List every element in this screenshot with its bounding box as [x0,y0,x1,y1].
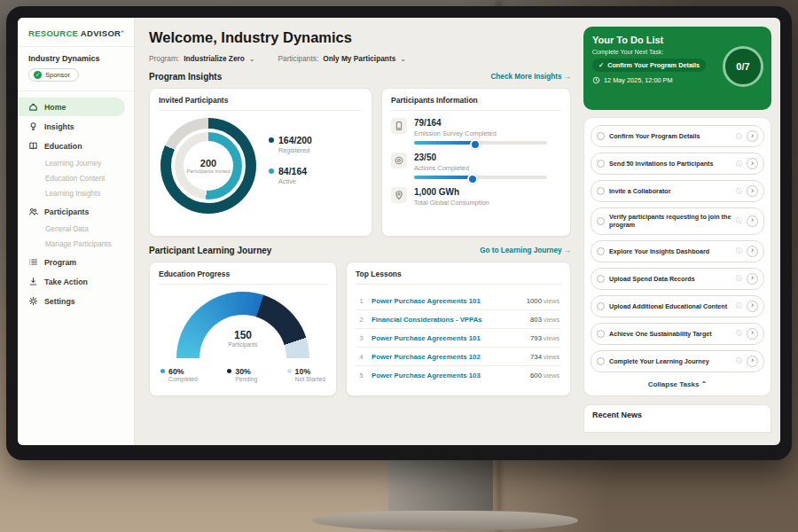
chevron-right-icon[interactable]: › [747,215,758,227]
sidebar-item-home[interactable]: Home [18,98,125,116]
sidebar-item-insights[interactable]: Insights [18,117,125,136]
clock-icon [592,76,600,84]
sidebar-item-label: Insights [44,122,74,131]
legend-item-registered: 164/200 Registered [269,135,312,154]
sidebar-item-education-content[interactable]: Education Content [18,171,134,186]
legend-value: 30% [235,367,257,376]
task-row[interactable]: Verify participants requesting to join t… [591,207,764,235]
task-row[interactable]: Achieve One Sustainability Target ⓘ › [591,323,764,345]
info-icon: ⓘ [736,301,742,310]
chevron-right-icon[interactable]: › [747,185,758,197]
task-checkbox[interactable] [597,330,605,338]
info-icon: ⓘ [736,132,742,141]
sponsor-badge[interactable]: ✓ Sponsor [28,68,79,82]
lesson-link[interactable]: Power Purchase Agreements 101 [372,297,520,305]
task-checkbox[interactable] [597,247,605,255]
sidebar-item-label: Education [44,142,82,151]
lesson-row: 4 Power Purchase Agreements 102 734views [356,348,561,366]
todo-due-label: 12 May 2025, 12:00 PM [604,76,672,84]
info-value: 1,000 GWh [414,187,489,197]
task-row[interactable]: Complete Your Learning Journey ⓘ › [591,350,764,372]
todo-progress-ring: 0/7 [723,46,763,87]
task-row[interactable]: Invite a Collaborator ⓘ › [591,180,764,202]
section-title: Program Insights [149,72,222,82]
chevron-right-icon[interactable]: › [747,328,758,340]
task-checkbox[interactable] [597,132,605,140]
info-icon: ⓘ [736,329,742,338]
check-more-insights-link[interactable]: Check More Insights → [490,73,571,81]
todo-next-task[interactable]: ✓ Confirm Your Program Details [592,59,706,72]
sidebar-item-manage-participants[interactable]: Manage Participants [18,237,134,252]
collapse-tasks-link[interactable]: Collapse Tasks ⌃ [591,378,764,393]
donut-center-label: Participants Invited [187,168,231,175]
task-label: Confirm Your Program Details [609,132,732,140]
task-checkbox[interactable] [597,160,605,168]
card-title: Invited Participants [159,96,363,111]
donut-inner: 200 Participants Invited [171,129,246,203]
lesson-link[interactable]: Financial Considerations - VPPAs [372,316,524,324]
sidebar-item-learning-journey[interactable]: Learning Journey [18,156,134,171]
sidebar-item-learning-insights[interactable]: Learning Insights [18,186,134,201]
lesson-link[interactable]: Power Purchase Agreements 101 [372,334,524,342]
chevron-right-icon[interactable]: › [747,273,758,285]
legend-label: Not Started [295,376,325,382]
card-title: Top Lessons [356,270,561,285]
lesson-rank: 2 [357,316,365,324]
recent-news-card[interactable]: Recent News [583,404,771,433]
donut-area: 200 Participants Invited 164/200 Regist [159,118,363,214]
participants-filter-dropdown[interactable]: Only My Participants [323,54,395,63]
program-insights-header: Program Insights Check More Insights → [149,72,571,82]
progress-bar [414,141,547,145]
info-icon: ⓘ [736,356,742,365]
monitor-stand-neck [388,454,493,520]
info-label: Actions Completed [414,164,547,172]
task-checkbox[interactable] [597,275,605,283]
sidebar-item-program[interactable]: Program [18,253,125,271]
info-icon: ⓘ [736,187,742,196]
chevron-down-icon[interactable]: ⌄ [249,55,255,63]
task-checkbox[interactable] [597,187,605,195]
go-to-learning-journey-link[interactable]: Go to Learning Journey → [480,246,571,254]
lesson-rank: 5 [357,372,365,379]
chevron-right-icon[interactable]: › [747,130,758,142]
lesson-rank: 3 [357,334,365,342]
chevron-right-icon[interactable]: › [747,158,758,169]
chevron-right-icon[interactable]: › [747,356,758,367]
lesson-link[interactable]: Power Purchase Agreements 102 [372,353,524,361]
task-row[interactable]: Upload Additional Educational Content ⓘ … [591,295,764,317]
task-row[interactable]: Send 50 Invitations to Participants ⓘ › [591,153,764,175]
lesson-views-count: 734 [530,353,542,361]
task-checkbox[interactable] [597,357,605,365]
task-row[interactable]: Explore Your Insights Dashboard ⓘ › [591,240,764,262]
chevron-right-icon[interactable]: › [747,246,758,257]
gauge-center: 150 Participants [176,329,309,348]
task-row[interactable]: Upload Spend Data Records ⓘ › [591,268,764,290]
todo-title: Your To Do List [592,35,763,45]
sidebar-item-label: Take Action [44,278,88,286]
chevron-right-icon[interactable]: › [747,301,758,312]
sidebar-item-general-data[interactable]: General Data [18,222,134,237]
sidebar-item-participants[interactable]: Participants [18,202,125,221]
task-checkbox[interactable] [597,217,605,225]
sidebar-item-take-action[interactable]: Take Action [18,272,125,291]
location-pin-icon [391,187,407,203]
program-filter-label: Program: [149,54,179,63]
sidebar-item-label: Program [44,258,76,267]
home-icon [28,102,38,112]
sidebar-item-settings[interactable]: Settings [18,292,125,310]
top-lessons-card: Top Lessons 1 Power Purchase Agreements … [346,262,571,396]
legend-label: Completed [168,376,198,382]
legend-dot [287,369,292,373]
legend-value: 10% [295,367,325,376]
task-checkbox[interactable] [597,302,605,310]
lesson-views-unit: views [544,353,559,361]
progress-fill [414,141,478,145]
task-row[interactable]: Confirm Your Program Details ⓘ › [591,125,764,147]
lesson-link[interactable]: Power Purchase Agreements 103 [372,372,524,379]
info-value: 23/50 [414,153,547,162]
sidebar-item-education[interactable]: Education [18,137,125,155]
chevron-down-icon[interactable]: ⌄ [400,55,406,63]
lesson-rank: 4 [357,353,365,361]
program-filter-dropdown[interactable]: Industrialize Zero [184,54,245,63]
lesson-views-unit: views [544,334,559,342]
